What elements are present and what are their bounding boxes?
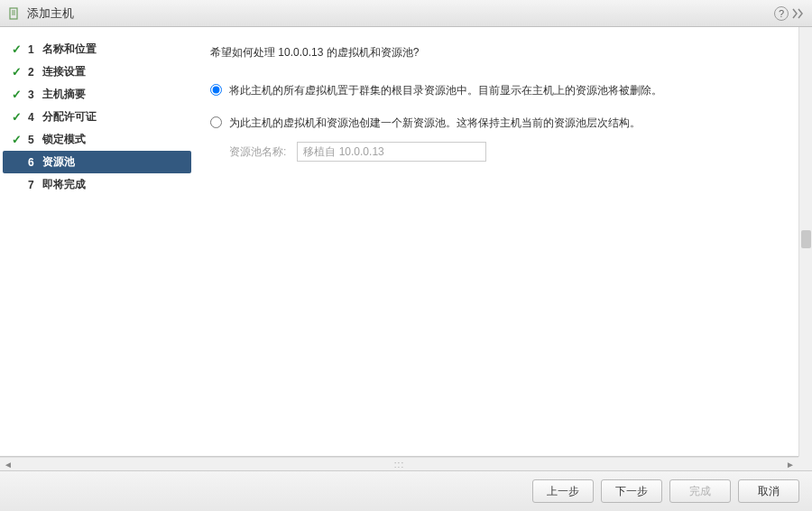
step-lockdown[interactable]: ✓ 5 锁定模式 bbox=[3, 128, 194, 151]
check-icon: ✓ bbox=[10, 133, 23, 146]
step-host-summary[interactable]: ✓ 3 主机摘要 bbox=[3, 83, 194, 106]
radio-root-pool[interactable] bbox=[210, 84, 222, 96]
titlebar: 添加主机 ? bbox=[0, 0, 812, 27]
svg-rect-0 bbox=[10, 8, 17, 19]
help-icon[interactable]: ? bbox=[774, 6, 789, 21]
step-num: 7 bbox=[28, 179, 42, 191]
wizard-sidebar: ✓ 1 名称和位置 ✓ 2 连接设置 ✓ 3 主机摘要 ✓ 4 分配许可证 ✓ … bbox=[0, 27, 194, 456]
question-text: 希望如何处理 10.0.0.13 的虚拟机和资源池? bbox=[210, 45, 790, 60]
option-label: 将此主机的所有虚拟机置于群集的根目录资源池中。目前显示在主机上的资源池将被删除。 bbox=[229, 82, 662, 98]
next-button[interactable]: 下一步 bbox=[601, 479, 662, 503]
scrollbar-thumb[interactable] bbox=[801, 230, 811, 248]
scroll-right-icon[interactable]: ► bbox=[786, 460, 795, 469]
step-ready[interactable]: ✓ 7 即将完成 bbox=[3, 173, 194, 196]
step-license[interactable]: ✓ 4 分配许可证 bbox=[3, 106, 194, 128]
step-num: 4 bbox=[28, 111, 42, 124]
radio-new-pool[interactable] bbox=[210, 116, 222, 128]
host-icon bbox=[7, 6, 22, 21]
check-icon: ✓ bbox=[10, 110, 23, 124]
pool-name-label: 资源池名称: bbox=[229, 144, 286, 160]
horizontal-scrollbar[interactable]: ◄ ::: ► bbox=[0, 457, 798, 470]
step-label: 资源池 bbox=[42, 154, 75, 170]
grip-icon: ::: bbox=[394, 460, 404, 469]
scroll-corner bbox=[798, 457, 812, 470]
forward-icon[interactable] bbox=[792, 8, 805, 19]
cancel-button[interactable]: 取消 bbox=[738, 479, 799, 503]
step-label: 主机摘要 bbox=[42, 87, 86, 102]
step-resource-pool[interactable]: ✓ 6 资源池 bbox=[3, 151, 191, 173]
step-num: 5 bbox=[28, 134, 42, 146]
option-new-pool[interactable]: 为此主机的虚拟机和资源池创建一个新资源池。这将保持主机当前的资源池层次结构。 bbox=[210, 115, 790, 131]
step-label: 名称和位置 bbox=[42, 42, 97, 57]
check-icon: ✓ bbox=[10, 42, 23, 56]
option-label: 为此主机的虚拟机和资源池创建一个新资源池。这将保持主机当前的资源池层次结构。 bbox=[229, 115, 641, 131]
footer: 上一步 下一步 完成 取消 bbox=[0, 470, 812, 511]
step-num: 3 bbox=[28, 88, 42, 101]
main-panel: 希望如何处理 10.0.0.13 的虚拟机和资源池? 将此主机的所有虚拟机置于群… bbox=[194, 27, 812, 456]
option-root-pool[interactable]: 将此主机的所有虚拟机置于群集的根目录资源池中。目前显示在主机上的资源池将被删除。 bbox=[210, 82, 790, 98]
check-icon: ✓ bbox=[10, 88, 23, 101]
window-title: 添加主机 bbox=[27, 5, 774, 22]
step-label: 分配许可证 bbox=[42, 109, 97, 125]
check-icon: ✓ bbox=[10, 65, 23, 79]
step-num: 6 bbox=[28, 156, 42, 169]
step-label: 锁定模式 bbox=[42, 132, 86, 147]
step-name-location[interactable]: ✓ 1 名称和位置 bbox=[3, 38, 194, 60]
step-label: 即将完成 bbox=[42, 177, 86, 192]
content-area: ✓ 1 名称和位置 ✓ 2 连接设置 ✓ 3 主机摘要 ✓ 4 分配许可证 ✓ … bbox=[0, 27, 812, 457]
scroll-left-icon[interactable]: ◄ bbox=[4, 460, 13, 469]
finish-button[interactable]: 完成 bbox=[669, 479, 731, 503]
back-button[interactable]: 上一步 bbox=[532, 479, 594, 503]
step-connection[interactable]: ✓ 2 连接设置 bbox=[3, 60, 194, 83]
step-num: 2 bbox=[28, 66, 42, 79]
step-label: 连接设置 bbox=[42, 64, 86, 79]
pool-name-row: 资源池名称: bbox=[229, 142, 790, 162]
pool-name-input[interactable] bbox=[297, 142, 486, 162]
vertical-scrollbar[interactable] bbox=[798, 27, 812, 457]
step-num: 1 bbox=[28, 43, 42, 56]
